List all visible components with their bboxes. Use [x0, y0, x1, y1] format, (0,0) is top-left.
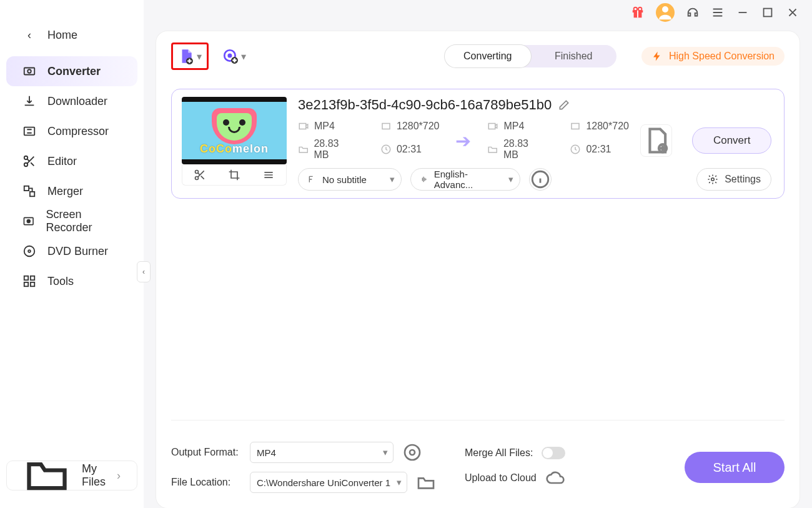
- nav-label: Converter: [47, 65, 101, 78]
- recorder-icon: [22, 214, 34, 228]
- src-resolution: 1280*720: [397, 121, 440, 132]
- start-all-button[interactable]: Start All: [685, 452, 785, 483]
- dst-duration: 02:31: [586, 144, 611, 155]
- svg-point-20: [662, 6, 668, 12]
- add-file-button[interactable]: ▾: [171, 42, 209, 70]
- main-area: ▾ ▾ Converting Finished High Speed Conve…: [144, 0, 812, 508]
- nav-label: Downloader: [47, 95, 107, 108]
- svg-rect-32: [572, 124, 579, 129]
- svg-point-36: [711, 178, 715, 181]
- my-files-button[interactable]: My Files ›: [6, 461, 137, 491]
- clock-icon: [570, 144, 581, 155]
- target-meta: MP4 1280*720 28.83 MB 02:31: [487, 121, 628, 161]
- chevron-down-icon: ▾: [241, 51, 246, 62]
- svg-point-4: [24, 163, 28, 167]
- tab-converting[interactable]: Converting: [445, 45, 531, 67]
- folder-icon: [23, 451, 71, 501]
- nav-editor[interactable]: Editor: [6, 146, 137, 176]
- nav-compressor[interactable]: Compressor: [6, 116, 137, 146]
- more-icon[interactable]: [262, 169, 275, 181]
- svg-rect-28: [299, 124, 306, 129]
- svg-rect-31: [489, 124, 496, 129]
- svg-point-10: [28, 250, 31, 252]
- high-speed-conversion-button[interactable]: High Speed Conversion: [641, 47, 785, 66]
- output-settings-icon[interactable]: [402, 442, 422, 462]
- svg-rect-2: [24, 127, 35, 136]
- convert-button[interactable]: Convert: [692, 127, 771, 154]
- settings-label: Settings: [725, 174, 761, 185]
- trim-icon[interactable]: [194, 169, 206, 181]
- file-location-select[interactable]: C:\Wondershare UniConverter 1: [250, 472, 407, 493]
- dst-resolution: 1280*720: [586, 121, 629, 132]
- dst-size: 28.83 MB: [503, 138, 545, 161]
- subtitle-select[interactable]: No subtitle: [298, 168, 402, 191]
- bottom-bar: Output Format: MP4 File Location: C:\Won…: [171, 420, 785, 497]
- nav-dvd-burner[interactable]: DVD Burner: [6, 236, 137, 266]
- open-folder-icon[interactable]: [416, 472, 436, 492]
- sidebar: ‹ Home Converter Downloader Compressor E…: [0, 0, 144, 508]
- edit-name-icon[interactable]: [558, 99, 570, 111]
- sidebar-collapse-handle[interactable]: ‹: [137, 261, 151, 282]
- gift-icon[interactable]: [631, 6, 645, 19]
- window-minimize-icon[interactable]: [736, 6, 750, 19]
- svg-rect-0: [24, 68, 35, 75]
- nav-label: Tools: [47, 275, 74, 288]
- disc-add-icon: [222, 48, 239, 64]
- resolution-icon: [380, 121, 392, 132]
- user-avatar[interactable]: [656, 3, 675, 22]
- video-thumbnail[interactable]: CoComelon: [182, 97, 287, 164]
- output-format-label: Output Format:: [171, 447, 241, 458]
- headset-icon[interactable]: [686, 6, 700, 19]
- window-close-icon[interactable]: [786, 6, 800, 19]
- file-location-value: C:\Wondershare UniConverter 1: [257, 477, 390, 488]
- nav-home[interactable]: ‹ Home: [6, 20, 137, 50]
- thumb-brand-b: melon: [232, 142, 269, 155]
- download-icon: [22, 94, 36, 108]
- scissors-icon: [22, 154, 36, 168]
- resolution-icon: [570, 121, 581, 132]
- output-preset-button[interactable]: [640, 124, 672, 157]
- tab-finished[interactable]: Finished: [531, 45, 617, 67]
- nav-label: Compressor: [47, 125, 109, 138]
- merge-label: Merge All Files:: [465, 447, 533, 459]
- window-maximize-icon[interactable]: [761, 6, 775, 19]
- chevron-right-icon: ›: [117, 469, 121, 482]
- nav-tools[interactable]: Tools: [6, 266, 137, 296]
- chevron-left-icon: ‹: [22, 28, 36, 42]
- settings-button[interactable]: Settings: [696, 168, 771, 191]
- svg-rect-11: [24, 276, 28, 280]
- svg-rect-5: [24, 186, 29, 191]
- svg-point-24: [229, 54, 231, 57]
- compressor-icon: [22, 124, 36, 138]
- svg-point-9: [24, 246, 35, 257]
- menu-icon[interactable]: [711, 6, 725, 19]
- src-size: 28.83 MB: [314, 138, 355, 161]
- nav-screen-recorder[interactable]: Screen Recorder: [6, 206, 137, 236]
- crop-icon[interactable]: [228, 169, 240, 181]
- nav-merger[interactable]: Merger: [6, 176, 137, 206]
- audio-wave-icon: [420, 174, 429, 184]
- nav-converter[interactable]: Converter: [6, 56, 137, 86]
- info-icon[interactable]: [529, 168, 552, 191]
- thumbnail-column: CoComelon: [182, 97, 287, 186]
- cloud-icon[interactable]: [545, 468, 565, 488]
- add-disc-button[interactable]: ▾: [217, 44, 251, 68]
- upload-cloud-label: Upload to Cloud: [465, 472, 537, 484]
- toolbar: ▾ ▾ Converting Finished High Speed Conve…: [171, 42, 785, 70]
- audio-select[interactable]: English-Advanc...: [410, 168, 520, 191]
- svg-point-38: [405, 445, 420, 460]
- converter-icon: [22, 64, 36, 78]
- svg-rect-12: [31, 276, 34, 280]
- thumb-tools: [182, 164, 287, 186]
- audio-value: English-Advanc...: [434, 169, 501, 190]
- svg-point-19: [638, 7, 641, 11]
- nav-downloader[interactable]: Downloader: [6, 86, 137, 116]
- hsc-label: High Speed Conversion: [669, 51, 775, 62]
- dst-format: MP4: [503, 121, 524, 132]
- svg-rect-14: [31, 282, 34, 286]
- merge-toggle[interactable]: [542, 447, 565, 459]
- subtitle-icon: [307, 174, 317, 184]
- svg-point-3: [24, 156, 28, 160]
- subtitle-value: No subtitle: [322, 174, 367, 185]
- output-format-select[interactable]: MP4: [250, 442, 394, 463]
